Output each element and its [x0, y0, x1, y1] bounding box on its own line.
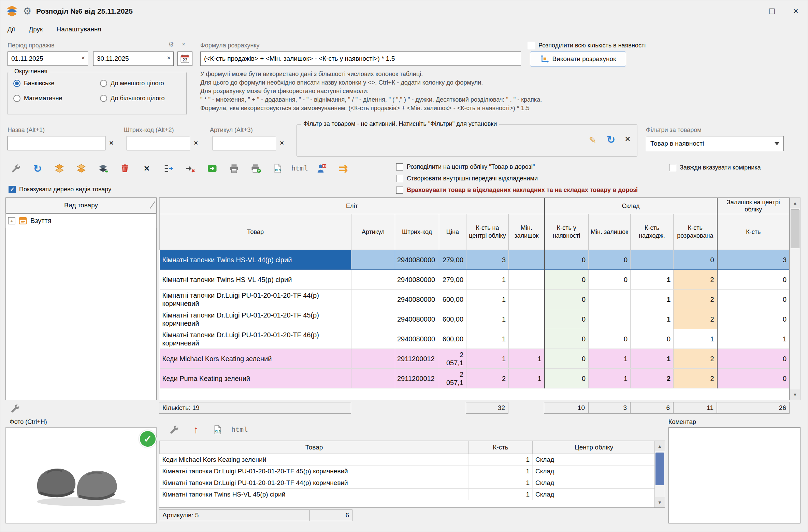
cell-price[interactable]: 600,00 [439, 290, 466, 309]
cell-qty-income[interactable]: 2 [631, 369, 674, 388]
cell-qty-available[interactable]: 0 [545, 369, 589, 388]
cell-qty-available[interactable]: 0 [545, 329, 589, 349]
col-header-qty-center[interactable]: К-сть на центрі обліку [466, 214, 509, 250]
cell-qty-income[interactable]: 0 [631, 329, 674, 349]
cell-qty-center[interactable]: 1 [466, 270, 509, 290]
scroll-up-icon[interactable]: ▲ [790, 198, 800, 208]
table-settings-icon[interactable] [168, 423, 181, 436]
cell-article[interactable] [351, 250, 395, 270]
export-html-icon[interactable]: html [293, 162, 306, 175]
cell-min-stock-center[interactable] [509, 309, 545, 329]
scroll-down-icon[interactable]: ▼ [655, 497, 665, 507]
cell-min-stock[interactable]: 1 [589, 369, 631, 388]
cell-product[interactable]: Кімнатні тапочки Twins HS-VL 44(р) сірий [160, 250, 351, 270]
cell-article[interactable] [351, 329, 395, 349]
cell-qty-center[interactable]: 1 [466, 329, 509, 349]
cell-barcode[interactable]: 2940080000 [395, 309, 439, 329]
period-close-icon[interactable]: × [182, 41, 185, 48]
clear-date-icon[interactable]: × [167, 54, 171, 62]
cell-price[interactable]: 2 057,1 [439, 349, 466, 369]
scroll-down-icon[interactable]: ▼ [790, 389, 800, 400]
clear-filter-icon[interactable]: × [625, 134, 630, 144]
cell-price[interactable]: 600,00 [439, 309, 466, 329]
option-checkbox[interactable] [396, 175, 403, 182]
cell-article[interactable] [351, 290, 395, 309]
col-header-qty-calculated[interactable]: К-сть розрахована [674, 214, 717, 250]
table-settings-icon[interactable] [9, 162, 22, 175]
clear-name-icon[interactable]: × [109, 139, 113, 147]
cell-price[interactable]: 279,00 [439, 270, 466, 290]
dist-col-center[interactable]: Центр обліку [533, 441, 655, 454]
date-from-input[interactable] [8, 51, 88, 66]
cell-qty-center[interactable]: 2 [466, 369, 509, 388]
menu-actions[interactable]: Дії [8, 26, 15, 33]
cell-qty-available[interactable]: 0 [545, 349, 589, 369]
clear-barcode-icon[interactable]: × [194, 139, 198, 147]
rounding-radio-1[interactable] [13, 95, 20, 102]
cell-article[interactable] [351, 270, 395, 290]
scroll-up-icon[interactable]: ▲ [655, 441, 665, 451]
cell-product[interactable]: Кімнатні тапочки Dr.Luigi PU-01-20-01-20… [160, 290, 351, 309]
cell-min-stock-center[interactable] [509, 250, 545, 270]
cell-article[interactable] [351, 309, 395, 329]
assign-storekeeper-icon[interactable] [315, 162, 328, 175]
cell-center[interactable]: Склад [533, 489, 655, 500]
edit-filter-icon[interactable]: ✎ [589, 135, 596, 146]
cell-qty[interactable]: 1 [469, 454, 533, 466]
cell-qty-center[interactable]: 1 [466, 349, 509, 369]
tree-item-footwear[interactable]: + Взуття [6, 213, 156, 228]
expand-groups-icon[interactable] [53, 162, 66, 175]
cell-qty-center[interactable]: 1 [466, 309, 509, 329]
cell-qty-calculated[interactable]: 2 [674, 349, 717, 369]
clear-date-icon[interactable]: × [81, 54, 85, 62]
settings-gear-icon[interactable]: ⚙ [23, 5, 31, 17]
collapse-groups-icon[interactable] [75, 162, 88, 175]
distribute-all-checkbox[interactable] [528, 42, 535, 49]
cell-barcode[interactable]: 2940080000 [395, 250, 439, 270]
product-row[interactable]: Кімнатні тапочки Twins HS-VL 45(р) сірий… [160, 270, 790, 290]
cell-barcode[interactable]: 2911200012 [395, 349, 439, 369]
cell-qty-calculated[interactable]: 2 [674, 309, 717, 329]
refresh-filter-icon[interactable]: ↻ [607, 134, 615, 146]
cell-qty-remainder[interactable]: 3 [717, 250, 790, 270]
tree-header[interactable]: Вид товару [6, 198, 156, 213]
archive-group-icon[interactable] [97, 162, 110, 175]
cell-qty-calculated[interactable]: 2 [674, 290, 717, 309]
export-xls-icon[interactable]: XLS [211, 423, 224, 436]
expand-icon[interactable]: + [8, 217, 15, 224]
clear-selection-icon[interactable]: × [140, 162, 153, 175]
cell-qty-calculated[interactable]: 1 [674, 329, 717, 349]
cell-min-stock[interactable]: 0 [589, 270, 631, 290]
product-row[interactable]: Кеди Michael Kors Keating зелений2911200… [160, 349, 790, 369]
close-button[interactable]: × [784, 0, 808, 22]
calendar-button[interactable]: 23 [177, 51, 192, 66]
cell-min-stock-center[interactable] [509, 270, 545, 290]
cell-qty-remainder[interactable]: 0 [717, 290, 790, 309]
dist-col-qty[interactable]: К-сть [469, 441, 533, 454]
cell-qty-available[interactable]: 0 [545, 290, 589, 309]
cell-center[interactable]: Склад [533, 454, 655, 466]
cell-product[interactable]: Кімнатні тапочки Dr.Luigi PU-01-20-01-20… [160, 309, 351, 329]
delete-row-icon[interactable] [118, 162, 131, 175]
col-header-qty-remainder[interactable]: К-сть [717, 214, 790, 250]
cell-barcode[interactable]: 2940080000 [395, 329, 439, 349]
date-to-input[interactable] [93, 51, 174, 66]
cell-product[interactable]: Кімнатні тапочки Twins HS-VL 45(р) сірий [160, 270, 351, 290]
cell-article[interactable] [351, 369, 395, 388]
filter-select[interactable]: Товар в наявності [646, 136, 784, 151]
rounding-radio-2[interactable] [100, 80, 107, 87]
print-icon[interactable] [228, 162, 241, 175]
cell-barcode[interactable]: 2911200012 [395, 369, 439, 388]
menu-print[interactable]: Друк [29, 26, 43, 33]
col-header-barcode[interactable]: Штрих-код [395, 214, 439, 250]
cell-qty-center[interactable]: 1 [466, 290, 509, 309]
distribution-row[interactable]: Кімнатні тапочки Dr.Luigi PU-01-20-01-20… [160, 466, 655, 477]
dist-col-product[interactable]: Товар [160, 441, 469, 454]
cell-qty-income[interactable]: 1 [631, 270, 674, 290]
cell-product[interactable]: Кеди Puma Keating зелений [160, 369, 351, 388]
cell-qty-calculated[interactable]: 2 [674, 369, 717, 388]
cell-barcode[interactable]: 2940080000 [395, 290, 439, 309]
cell-qty-remainder[interactable]: 0 [717, 349, 790, 369]
period-settings-icon[interactable]: ⚙ [168, 41, 174, 48]
scroll-thumb[interactable] [655, 453, 664, 485]
